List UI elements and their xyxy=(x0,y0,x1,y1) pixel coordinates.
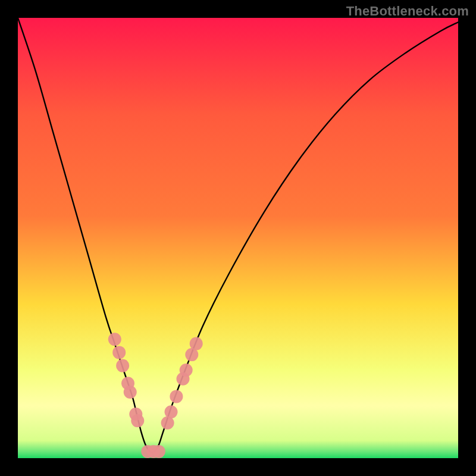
marker-dot xyxy=(180,364,193,377)
plot-area xyxy=(18,18,458,458)
marker-dot xyxy=(152,445,165,458)
marker-dot xyxy=(170,390,183,403)
marker-dot xyxy=(165,405,178,418)
marker-dot xyxy=(108,333,121,346)
marker-dot xyxy=(116,359,129,372)
marker-dot xyxy=(190,337,203,350)
watermark-text: TheBottleneck.com xyxy=(346,4,469,19)
marker-dot xyxy=(124,386,137,399)
marker-dot xyxy=(131,414,144,427)
marker-dot xyxy=(112,346,126,359)
chart-svg xyxy=(18,18,458,458)
chart-frame: TheBottleneck.com xyxy=(0,0,476,476)
